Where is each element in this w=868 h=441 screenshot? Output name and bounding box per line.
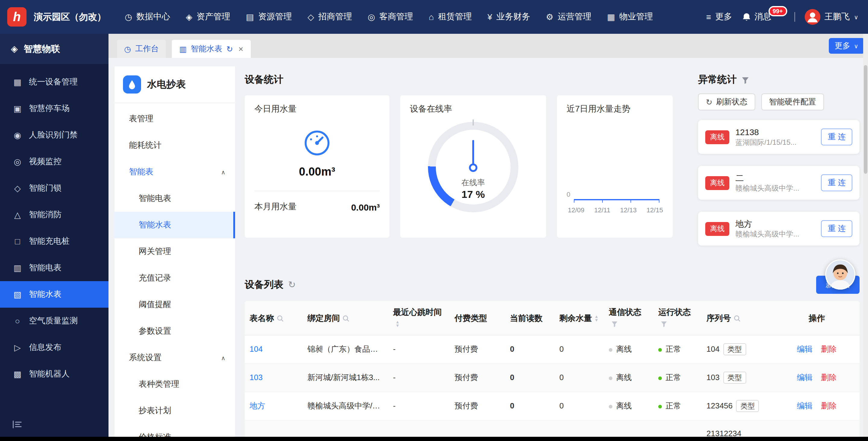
nav-item-operation-management[interactable]: ⚙运营管理 bbox=[538, 11, 599, 22]
sidebar-item-smart-parking[interactable]: ▣智慧停车场 bbox=[0, 95, 108, 122]
actions-cell: 编辑删除 bbox=[774, 392, 860, 420]
tab-refresh-icon[interactable]: ↻ bbox=[226, 45, 233, 53]
submenu-item-recharge-records[interactable]: 充值记录 bbox=[115, 265, 235, 291]
sidebar-item-smart-electric-meter[interactable]: ▥智能电表 bbox=[0, 255, 108, 281]
sidebar-item-info-publish[interactable]: ▷信息发布 bbox=[0, 334, 108, 361]
brand-logo[interactable]: h bbox=[7, 7, 27, 27]
tabs-more-button[interactable]: 更多 ∨ bbox=[829, 38, 864, 54]
nav-item-property-management[interactable]: ▦物业管理 bbox=[599, 11, 661, 22]
topbar-right: ≡更多 消息 99+ 王鹏飞 ∨ bbox=[706, 9, 858, 25]
nav-more-button[interactable]: ≡更多 bbox=[706, 11, 732, 22]
chevron-down-icon: ∨ bbox=[854, 42, 858, 49]
meter-name-link[interactable]: 103 bbox=[250, 373, 262, 382]
serial-cell: 21312234 bbox=[702, 420, 774, 437]
sidebar-module-title[interactable]: ◈ 智慧物联 bbox=[0, 34, 108, 64]
submenu-item-parameter-settings[interactable]: 参数设置 bbox=[115, 318, 235, 345]
stats-row: 设备统计 今日用水量 bbox=[245, 66, 860, 245]
top-navbar: h 演示园区（勿改） ◷数据中心 ◈资产管理 ▤资源管理 ◇招商管理 ◎客商管理… bbox=[0, 0, 868, 34]
sidebar-collapse-button[interactable] bbox=[0, 411, 108, 437]
sidebar-item-smart-lock[interactable]: ◇智能门锁 bbox=[0, 175, 108, 202]
submenu-item-gateway-management[interactable]: 网关管理 bbox=[115, 238, 235, 265]
submenu-item-reading-plan[interactable]: 抄表计划 bbox=[115, 398, 235, 424]
nav-item-investment-management[interactable]: ◇招商管理 bbox=[300, 11, 360, 22]
submenu-item-price-standard[interactable]: 价格标准 bbox=[115, 424, 235, 437]
submenu-item-meter-management[interactable]: 表管理 bbox=[115, 106, 235, 132]
face-recognition-icon: ◉ bbox=[12, 130, 23, 140]
sidebar-item-label: 智能消防 bbox=[29, 209, 61, 220]
offline-status-badge: 离线 bbox=[705, 222, 730, 236]
room-cell: 锦昶（广东）食品科... bbox=[303, 335, 388, 363]
submenu-item-threshold-alerts[interactable]: 阈值提醒 bbox=[115, 291, 235, 318]
sidebar-item-smart-fire[interactable]: △智能消防 bbox=[0, 202, 108, 228]
normal-dot-icon bbox=[658, 348, 662, 351]
search-icon[interactable] bbox=[342, 315, 350, 322]
sidebar-item-face-access[interactable]: ◉人脸识别门禁 bbox=[0, 122, 108, 148]
device-statistics-title: 设备统计 bbox=[245, 74, 686, 86]
reconnect-button[interactable]: 重 连 bbox=[821, 128, 852, 145]
sidebar-title-label: 智慧物联 bbox=[24, 43, 60, 55]
sort-desc-icon[interactable]: ▼ bbox=[594, 319, 598, 322]
data-tick bbox=[630, 200, 631, 203]
submenu-item-smart-water-meter[interactable]: 智能水表 bbox=[115, 212, 235, 238]
type-tag[interactable]: 类型 bbox=[736, 400, 759, 412]
meter-name-link[interactable]: 地方 bbox=[250, 401, 265, 410]
tab-close-icon[interactable]: × bbox=[239, 44, 243, 54]
nav-item-lease-management[interactable]: ⌂租赁管理 bbox=[421, 11, 479, 22]
reconnect-button[interactable]: 重 连 bbox=[821, 220, 852, 237]
sidebar-item-air-quality[interactable]: ○空气质量监测 bbox=[0, 308, 108, 334]
sidebar-item-video-monitor[interactable]: ◎视频监控 bbox=[0, 148, 108, 175]
edit-button[interactable]: 编辑 bbox=[797, 373, 812, 382]
reconnect-button[interactable]: 重 连 bbox=[821, 174, 852, 191]
abnormal-device-info: 二 赣榆城头高级中学... bbox=[735, 173, 815, 193]
sidebar-item-charging-pile[interactable]: □智能充电桩 bbox=[0, 228, 108, 255]
sidebar-item-unified-device-management[interactable]: ▦统一设备管理 bbox=[0, 69, 108, 95]
comm-status-cell: 离线 bbox=[604, 363, 653, 392]
month-usage-label: 本月用水量 bbox=[254, 202, 297, 212]
sort-desc-icon[interactable]: ▼ bbox=[396, 324, 400, 328]
delete-button[interactable]: 删除 bbox=[821, 345, 837, 354]
tab-smart-water-meter[interactable]: ▥ 智能水表 ↻ × bbox=[172, 40, 251, 58]
y-axis-zero-label: 0 bbox=[567, 190, 570, 198]
comm-status-cell: 离线 bbox=[604, 392, 653, 420]
edit-button[interactable]: 编辑 bbox=[797, 401, 812, 410]
type-tag[interactable]: 类型 bbox=[723, 372, 746, 384]
refresh-icon[interactable]: ↻ bbox=[288, 279, 296, 290]
filter-icon[interactable] bbox=[741, 77, 749, 85]
edit-button[interactable]: 编辑 bbox=[797, 345, 812, 354]
search-icon[interactable] bbox=[276, 315, 284, 322]
submenu-group-system-settings[interactable]: 系统设置∧ bbox=[115, 345, 235, 371]
today-usage-value: 0.00m³ bbox=[254, 165, 380, 179]
nav-item-data-center[interactable]: ◷数据中心 bbox=[117, 11, 178, 22]
delete-button[interactable]: 删除 bbox=[821, 373, 837, 382]
submenu-item-smart-electric-meter[interactable]: 智能电表 bbox=[115, 185, 235, 212]
submenu-group-smart-meter[interactable]: 智能表∧ bbox=[115, 159, 235, 185]
user-menu[interactable]: 王鹏飞 ∨ bbox=[804, 9, 858, 25]
x-tick-label: 12/13 bbox=[620, 206, 637, 213]
filter-icon[interactable] bbox=[661, 321, 667, 328]
delete-button[interactable]: 删除 bbox=[821, 401, 837, 410]
page-scrollbar[interactable] bbox=[863, 34, 868, 437]
nav-item-asset-management[interactable]: ◈资产管理 bbox=[178, 11, 238, 22]
refresh-status-button[interactable]: ↻ 刷新状态 bbox=[698, 93, 755, 110]
sidebar-item-label: 智能机器人 bbox=[29, 369, 70, 379]
sidebar-item-smart-water-meter[interactable]: ▧智能水表 bbox=[0, 281, 108, 308]
scrollbar-thumb[interactable] bbox=[864, 65, 867, 174]
col-label: 最近心跳时间 bbox=[393, 308, 442, 317]
nav-item-merchant-management[interactable]: ◎客商管理 bbox=[360, 11, 421, 22]
submenu-item-meter-type-management[interactable]: 表种类管理 bbox=[115, 371, 235, 398]
messages-button[interactable]: 消息 99+ bbox=[742, 11, 784, 22]
abnormal-device-location: 蓝湖国际/1/15/15... bbox=[735, 138, 815, 147]
tab-workbench[interactable]: ◷ 工作台 bbox=[117, 40, 166, 58]
search-icon[interactable] bbox=[733, 315, 741, 322]
assistant-avatar-sticker[interactable] bbox=[825, 259, 855, 290]
hardware-config-button[interactable]: 智能硬件配置 bbox=[761, 93, 824, 110]
sidebar-item-smart-robot[interactable]: ▩智能机器人 bbox=[0, 361, 108, 387]
nav-item-resource-management[interactable]: ▤资源管理 bbox=[238, 11, 300, 22]
type-tag[interactable]: 类型 bbox=[723, 343, 746, 355]
filter-icon[interactable] bbox=[611, 321, 618, 328]
submenu-item-energy-statistics[interactable]: 能耗统计 bbox=[115, 132, 235, 159]
nav-item-business-finance[interactable]: ¥业务财务 bbox=[479, 11, 538, 22]
meter-name-link[interactable]: 104 bbox=[250, 345, 262, 354]
chevron-up-icon: ∧ bbox=[221, 354, 225, 361]
more-label: 更多 bbox=[715, 11, 732, 22]
